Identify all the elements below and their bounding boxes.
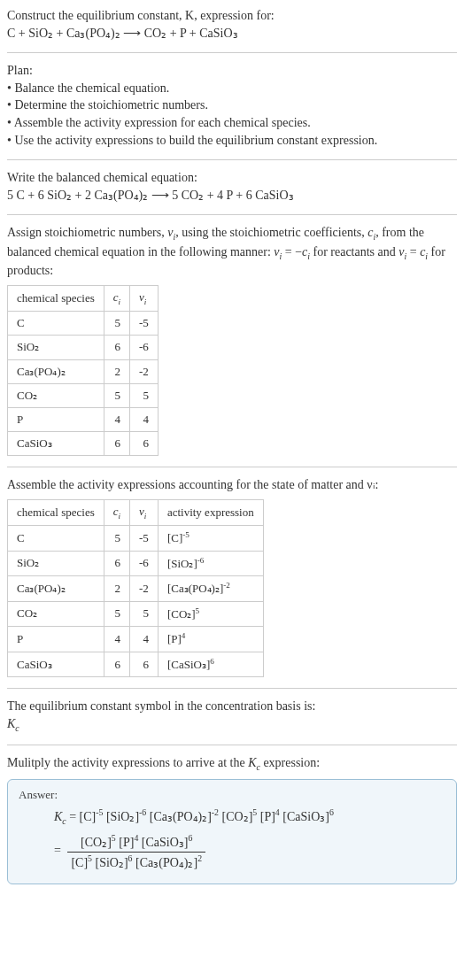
exp: 4	[182, 631, 186, 640]
cell: -6	[130, 336, 159, 359]
cell: CO₂	[8, 383, 104, 407]
term: [Ca₃(PO₄)₂]	[135, 855, 197, 868]
term: [Ca₃(PO₄)₂]	[150, 810, 212, 823]
numerator: [CO₂]5 [P]4 [CaSiO₃]6	[67, 832, 205, 852]
base: [CO₂]	[167, 607, 196, 621]
table-header-row: chemical species ci νi	[8, 285, 159, 311]
table-row: CO₂55	[8, 383, 159, 407]
answer-label: Answer:	[19, 787, 445, 803]
exp: -6	[139, 807, 146, 817]
cell: CaSiO₃	[8, 432, 104, 456]
term: [SiO₂]	[95, 855, 128, 868]
cell: 5	[130, 601, 159, 627]
cell: 2	[104, 359, 129, 383]
cell: 6	[130, 652, 159, 677]
exp: 5	[196, 606, 200, 615]
plan-item: • Determine the stoichiometric numbers.	[7, 96, 457, 114]
cell: 6	[104, 432, 129, 456]
th-vi: νi	[130, 285, 159, 311]
cell: 4	[104, 408, 129, 432]
divider	[7, 52, 457, 53]
exp: 4	[134, 833, 138, 843]
exp: 4	[275, 807, 280, 817]
cell: [C]-5	[158, 526, 263, 552]
cell: 6	[104, 652, 129, 677]
term: [CO₂]	[222, 810, 253, 823]
divider	[7, 688, 457, 689]
denominator: [C]5 [SiO₂]6 [Ca₃(PO₄)₂]2	[67, 853, 205, 871]
table-row: C5-5[C]-5	[8, 526, 264, 552]
term: [CaSiO₃]	[142, 836, 189, 849]
table-row: C5-5	[8, 312, 159, 336]
cell: -5	[130, 526, 159, 552]
cell: SiO₂	[8, 551, 104, 576]
cell: 4	[130, 408, 159, 432]
intro-line1: Construct the equilibrium constant, K, e…	[7, 7, 457, 25]
activity-desc: Assemble the activity expressions accoun…	[7, 476, 457, 494]
exp: 5	[112, 833, 116, 843]
cell: -5	[130, 312, 159, 336]
base: [SiO₂]	[167, 557, 197, 570]
exp: 5	[252, 807, 257, 817]
cell: -6	[130, 551, 159, 576]
th-ci: ci	[104, 499, 129, 525]
divider	[7, 745, 457, 745]
term: [CO₂]	[81, 836, 112, 849]
cell: CO₂	[8, 601, 104, 627]
exp: 2	[197, 853, 202, 863]
base: [Ca₃(PO₄)₂]	[167, 583, 223, 596]
base: [CaSiO₃]	[167, 658, 210, 671]
exp: 5	[88, 853, 92, 863]
activity-section: Assemble the activity expressions accoun…	[7, 476, 457, 677]
base: [P]	[167, 633, 182, 646]
intro-section: Construct the equilibrium constant, K, e…	[7, 7, 457, 42]
balanced-section: Write the balanced chemical equation: 5 …	[7, 169, 457, 204]
exp: -2	[223, 581, 230, 590]
cell: 6	[104, 336, 129, 359]
exp: -2	[212, 807, 219, 817]
plan-item: • Assemble the activity expression for e…	[7, 114, 457, 132]
th-vi: νi	[130, 499, 159, 525]
cell: [CO₂]5	[158, 601, 263, 627]
cell: 5	[130, 383, 159, 407]
stoich-section: Assign stoichiometric numbers, νi, using…	[7, 224, 457, 456]
th-activity: activity expression	[158, 499, 263, 525]
table-row: SiO₂6-6	[8, 336, 159, 359]
table-row: CO₂55[CO₂]5	[8, 601, 264, 627]
cell: 5	[104, 383, 129, 407]
divider	[7, 214, 457, 215]
symbol-section: The equilibrium constant symbol in the c…	[7, 698, 457, 734]
answer-box: Answer: Kc = [C]-5 [SiO₂]-6 [Ca₃(PO₄)₂]-…	[7, 779, 457, 884]
cell: CaSiO₃	[8, 652, 104, 677]
text: Assign stoichiometric numbers,	[7, 226, 167, 239]
intro-text: Construct the equilibrium constant, K, e…	[7, 9, 275, 22]
cell: 5	[104, 312, 129, 336]
cell: P	[8, 408, 104, 432]
kc-line1: Kc = [C]-5 [SiO₂]-6 [Ca₃(PO₄)₂]-2 [CO₂]5…	[54, 806, 445, 827]
exp: -5	[182, 530, 189, 539]
answer-equation: Kc = [C]-5 [SiO₂]-6 [Ca₃(PO₄)₂]-2 [CO₂]5…	[19, 806, 445, 873]
cell: C	[8, 312, 104, 336]
kc-line2: = [CO₂]5 [P]4 [CaSiO₃]6 [C]5 [SiO₂]6 [Ca…	[54, 830, 445, 873]
activity-table: chemical species ci νi activity expressi…	[7, 499, 264, 677]
cell: P	[8, 627, 104, 652]
final-section: Mulitply the activity expressions to arr…	[7, 754, 457, 884]
cell: 6	[104, 551, 129, 576]
table-row: Ca₃(PO₄)₂2-2[Ca₃(PO₄)₂]-2	[8, 576, 264, 602]
cell: 5	[104, 601, 129, 627]
fraction: [CO₂]5 [P]4 [CaSiO₃]6 [C]5 [SiO₂]6 [Ca₃(…	[67, 832, 205, 871]
exp: 6	[128, 853, 133, 863]
table-row: Ca₃(PO₄)₂2-2	[8, 359, 159, 383]
cell: SiO₂	[8, 336, 104, 359]
divider	[7, 467, 457, 467]
plan-item: • Use the activity expressions to build …	[7, 132, 457, 150]
cell: 4	[104, 627, 129, 652]
final-title: Mulitply the activity expressions to arr…	[7, 754, 457, 774]
cell: Ca₃(PO₄)₂	[8, 359, 104, 383]
stoich-desc: Assign stoichiometric numbers, νi, using…	[7, 224, 457, 280]
exp: 6	[210, 657, 214, 666]
symbol-line2: Kc	[7, 715, 457, 735]
table-row: SiO₂6-6[SiO₂]-6	[8, 551, 264, 576]
exp: -5	[96, 807, 103, 817]
exp: -6	[197, 556, 205, 565]
